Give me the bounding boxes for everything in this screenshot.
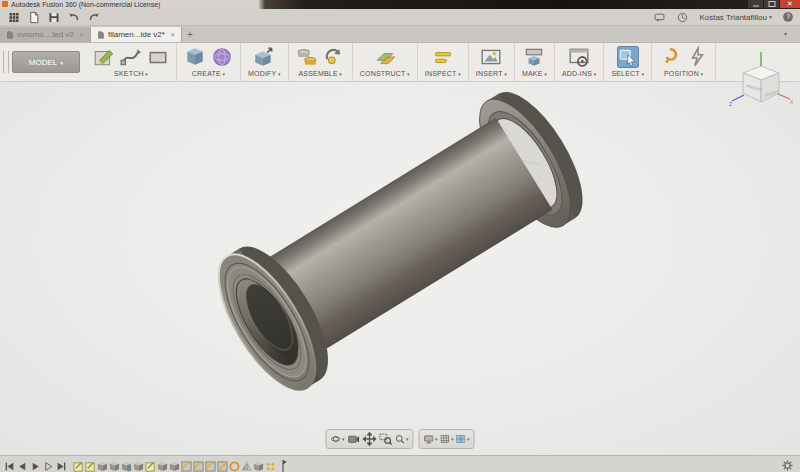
plane-icon[interactable] — [374, 46, 396, 68]
look-at-icon[interactable] — [347, 432, 361, 446]
window-title: Autodesk Fusion 360 (Non-commercial Lice… — [11, 0, 160, 9]
select-icon[interactable] — [617, 46, 639, 68]
ribbon-group-label[interactable]: SKETCH — [114, 70, 148, 77]
fusion360-window: Autodesk Fusion 360 (Non-commercial Lice… — [0, 0, 800, 472]
sketch-icon[interactable] — [145, 461, 156, 472]
revert-position-icon[interactable] — [686, 46, 708, 68]
zoom-window-icon[interactable] — [379, 432, 393, 446]
thread-icon[interactable] — [229, 461, 240, 472]
grid-snaps-icon[interactable] — [440, 432, 454, 446]
extrude-icon[interactable] — [109, 461, 120, 472]
toolbar-grip[interactable] — [3, 51, 9, 73]
extrude-icon[interactable] — [133, 461, 144, 472]
workspace-selector[interactable]: MODEL — [12, 51, 80, 73]
undo-icon[interactable] — [66, 11, 82, 24]
tab-document-2[interactable]: filamen...ide v2* ✕ — [91, 27, 182, 42]
fillet-icon[interactable] — [181, 461, 192, 472]
mirror-icon[interactable] — [241, 461, 252, 472]
pan-icon[interactable] — [363, 432, 377, 446]
sketch-icon[interactable] — [73, 461, 84, 472]
chamfer-icon[interactable] — [217, 461, 228, 472]
timeline-position-marker[interactable] — [278, 459, 288, 472]
extrude-icon[interactable] — [184, 46, 206, 68]
insert-image-icon[interactable] — [480, 46, 502, 68]
ribbon-group-label[interactable]: ASSEMBLE — [298, 70, 342, 77]
step-forward-icon[interactable] — [43, 461, 54, 472]
go-to-end-icon[interactable] — [56, 461, 67, 472]
model-body[interactable] — [200, 82, 602, 404]
nav-group-display — [419, 429, 475, 449]
joint-icon[interactable] — [296, 46, 318, 68]
ribbon-group-label[interactable]: SELECT — [611, 70, 644, 77]
create-sketch-icon[interactable] — [93, 46, 115, 68]
help-icon[interactable]: ? — [782, 11, 794, 23]
ribbon-toolbar: MODEL SKETCH CREATE MODIFY ASSEMBLE CONS… — [0, 43, 800, 82]
zoom-icon[interactable] — [395, 432, 409, 446]
capture-position-icon[interactable] — [659, 46, 681, 68]
model-3d-view — [0, 82, 800, 455]
viewcube-z-axis-label: Z — [729, 101, 732, 107]
ribbon-group-create: CREATE — [177, 43, 241, 81]
minimize-button[interactable] — [748, 0, 763, 8]
ribbon-group-label[interactable]: CONSTRUCT — [360, 70, 410, 77]
redo-icon[interactable] — [86, 11, 102, 24]
app-grid-icon[interactable] — [6, 11, 22, 24]
scripts-icon[interactable] — [568, 46, 590, 68]
tab-close-icon[interactable]: ✕ — [170, 31, 175, 38]
ribbon-group-label[interactable]: INSPECT — [425, 70, 461, 77]
new-document-tab[interactable]: + — [182, 27, 198, 42]
display-settings-icon[interactable] — [424, 432, 438, 446]
motion-icon[interactable] — [323, 46, 345, 68]
settings-gear-icon[interactable] — [781, 459, 794, 472]
ribbon-group-label[interactable]: INSERT — [476, 70, 507, 77]
step-back-icon[interactable] — [17, 461, 28, 472]
document-tabbar: ovromo....led v2 ✕ filamen...ide v2* ✕ + — [0, 26, 800, 43]
sketch-icon[interactable] — [85, 461, 96, 472]
ribbon-group-addins: ADD-INS — [555, 43, 605, 81]
measure-icon[interactable] — [432, 46, 454, 68]
sphere-icon[interactable] — [211, 46, 233, 68]
pattern-icon[interactable] — [265, 461, 276, 472]
close-button[interactable]: ✕ — [780, 0, 800, 8]
ribbon-group-label[interactable]: POSITION — [664, 70, 703, 77]
play-icon[interactable] — [30, 461, 41, 472]
maximize-button[interactable] — [764, 0, 779, 8]
navigation-bar — [326, 429, 475, 449]
extrude-icon[interactable] — [157, 461, 168, 472]
fillet-icon[interactable] — [193, 461, 204, 472]
ribbon-group-construct: CONSTRUCT — [353, 43, 418, 81]
spline-icon[interactable] — [120, 46, 142, 68]
ribbon-group-label[interactable]: ADD-INS — [562, 70, 597, 77]
ribbon-group-label[interactable]: CREATE — [192, 70, 225, 77]
comment-icon[interactable] — [653, 12, 666, 23]
go-to-start-icon[interactable] — [4, 461, 15, 472]
ribbon-group-inspect: INSPECT — [418, 43, 469, 81]
viewcube[interactable]: Z X FRONT RIGHT — [724, 44, 796, 118]
ribbon-group-label[interactable]: MODIFY — [248, 70, 281, 77]
revolve-icon[interactable] — [121, 461, 132, 472]
extrude-icon[interactable] — [97, 461, 108, 472]
timeline-features — [73, 461, 276, 472]
3d-print-icon[interactable] — [523, 46, 545, 68]
ribbon-group-label[interactable]: MAKE — [522, 70, 547, 77]
clock-icon[interactable] — [676, 12, 689, 23]
ribbon-group-position: POSITION — [652, 43, 716, 81]
user-menu[interactable]: Kostas Triantafillou — [699, 13, 772, 22]
extrude-icon[interactable] — [169, 461, 180, 472]
header-right: Kostas Triantafillou ? — [653, 11, 794, 23]
press-pull-icon[interactable] — [253, 46, 275, 68]
extrude-icon[interactable] — [253, 461, 264, 472]
save-icon[interactable] — [46, 11, 62, 24]
rectangle-icon[interactable] — [147, 46, 169, 68]
viewports-icon[interactable] — [456, 432, 470, 446]
titlebar: Autodesk Fusion 360 (Non-commercial Lice… — [0, 0, 800, 9]
orbit-icon[interactable] — [331, 432, 345, 446]
modeling-canvas[interactable]: Z X FRONT RIGHT — [0, 82, 800, 455]
tab-document-1[interactable]: ovromo....led v2 ✕ — [0, 27, 91, 42]
document-icon — [6, 31, 14, 39]
timeline-bar — [0, 455, 800, 472]
viewcube-x-axis-label: X — [790, 99, 794, 105]
file-icon[interactable] — [26, 11, 42, 24]
fillet-icon[interactable] — [205, 461, 216, 472]
tab-close-icon[interactable]: ✕ — [79, 31, 84, 38]
